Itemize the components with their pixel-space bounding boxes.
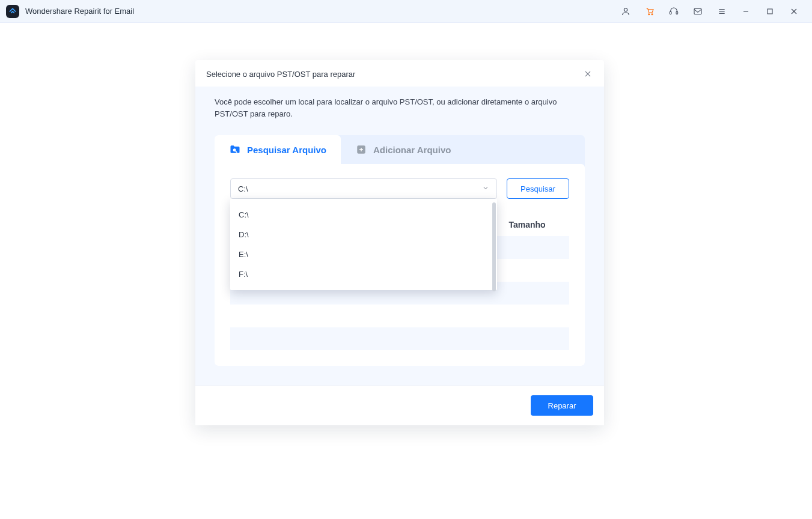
drive-dropdown-list: C:\ D:\ E:\ F:\	[230, 199, 497, 290]
dialog-title: Selecione o arquivo PST/OST para reparar	[206, 70, 355, 79]
tab-search-label: Pesquisar Arquivo	[247, 145, 326, 155]
repair-button-label: Reparar	[548, 401, 576, 410]
svg-rect-3	[670, 11, 671, 14]
dialog-close-button[interactable]	[582, 68, 593, 79]
support-icon[interactable]	[662, 0, 686, 23]
dropdown-scrollbar[interactable]	[492, 202, 496, 291]
svg-point-1	[649, 13, 650, 14]
maximize-icon[interactable]	[758, 0, 782, 23]
chevron-down-icon	[482, 184, 489, 193]
svg-rect-5	[694, 8, 701, 14]
svg-rect-10	[768, 9, 772, 14]
col-size: Tamanho	[485, 220, 569, 229]
search-button[interactable]: Pesquisar	[507, 178, 569, 199]
table-row	[230, 305, 569, 327]
drive-option[interactable]: D:\	[230, 225, 497, 244]
mail-icon[interactable]	[686, 0, 710, 23]
repair-button[interactable]: Reparar	[531, 395, 593, 416]
tabs-card: Pesquisar Arquivo Adicionar Arquivo C:\	[215, 135, 585, 366]
app-logo-icon	[6, 5, 19, 18]
drive-option[interactable]: C:\	[230, 205, 497, 225]
dialog-footer: Reparar	[195, 385, 604, 425]
tab-add-file[interactable]: Adicionar Arquivo	[341, 135, 465, 164]
close-window-icon[interactable]	[782, 0, 806, 23]
drive-option[interactable]: F:\	[230, 264, 497, 284]
drive-select[interactable]: C:\	[230, 178, 497, 199]
drive-select-value: C:\	[238, 184, 248, 193]
svg-point-15	[233, 148, 236, 151]
select-file-dialog: Selecione o arquivo PST/OST para reparar…	[195, 60, 604, 425]
app-title: Wondershare Repairit for Email	[25, 7, 134, 16]
table-row	[230, 327, 569, 350]
drive-option[interactable]: E:\	[230, 244, 497, 264]
folder-search-icon	[229, 144, 241, 156]
tab-add-label: Adicionar Arquivo	[373, 145, 451, 155]
svg-point-2	[652, 13, 653, 14]
dialog-body: Você pode escolher um local para localiz…	[195, 86, 604, 385]
account-icon[interactable]	[614, 0, 638, 23]
menu-icon[interactable]	[710, 0, 734, 23]
titlebar: Wondershare Repairit for Email	[0, 0, 812, 23]
search-row: C:\ Pesquisar	[230, 178, 569, 199]
tabs-row: Pesquisar Arquivo Adicionar Arquivo	[215, 135, 585, 164]
tab-search-file[interactable]: Pesquisar Arquivo	[215, 135, 341, 164]
cart-icon[interactable]	[638, 0, 662, 23]
plus-square-icon	[355, 144, 367, 156]
dialog-header: Selecione o arquivo PST/OST para reparar	[195, 60, 604, 86]
tab-panel-search: C:\ Pesquisar C:\ D:\ E:\ F:\	[215, 164, 585, 366]
minimize-icon[interactable]	[734, 0, 758, 23]
svg-rect-4	[676, 11, 678, 14]
svg-point-0	[624, 8, 627, 11]
dialog-description: Você pode escolher um local para localiz…	[215, 96, 585, 120]
search-button-label: Pesquisar	[520, 184, 555, 193]
